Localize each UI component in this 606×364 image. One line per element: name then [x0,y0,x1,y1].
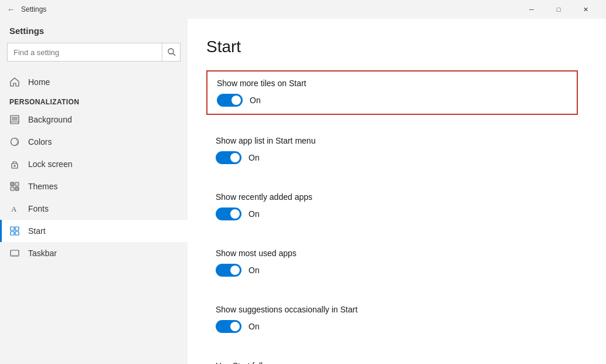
sidebar-item-start[interactable]: Start [0,220,188,242]
svg-point-0 [168,49,173,54]
setting-group-show-app-list: Show app list in Start menuOn [206,129,578,171]
app-title: Settings [0,23,188,43]
setting-group-show-most-used: Show most used appsOn [206,241,578,284]
close-button[interactable]: ✕ [572,0,599,19]
sidebar-item-themes[interactable]: Themes [0,175,188,198]
setting-label-show-more-tiles: Show more tiles on Start [217,79,567,88]
background-icon [9,114,20,125]
svg-rect-15 [11,232,14,235]
themes-icon [9,181,20,192]
toggle-show-most-used[interactable] [216,264,241,277]
search-input[interactable] [7,43,181,62]
toggle-knob-show-more-tiles [231,96,241,105]
toggle-knob-show-most-used [230,266,240,275]
start-icon [9,226,20,236]
sidebar-item-colors-label: Colors [28,137,52,147]
toggle-show-recently-added[interactable] [216,207,241,220]
search-container [7,43,181,62]
sidebar-item-fonts[interactable]: A Fonts [0,198,188,220]
svg-point-7 [14,165,16,167]
sidebar-section-title: Personalization [0,93,188,108]
setting-label-show-most-used: Show most used apps [216,249,568,258]
toggle-knob-show-app-list [230,153,240,162]
sidebar-item-lock-screen-label: Lock screen [28,159,72,169]
sidebar: Settings Home Personalization [0,19,188,364]
search-icon [168,48,176,56]
toggle-row-show-more-tiles: On [217,94,567,107]
sidebar-item-lock-screen[interactable]: Lock screen [0,153,188,175]
toggle-status-show-app-list: On [248,153,260,162]
colors-icon [9,137,20,147]
setting-label-show-recently-added: Show recently added apps [216,192,568,202]
titlebar: ← Settings ─ □ ✕ [0,0,606,19]
svg-rect-8 [11,182,14,186]
toggle-row-show-suggestions: On [216,320,568,333]
svg-line-1 [173,53,175,56]
content-area: Start Show more tiles on StartOnShow app… [188,19,606,364]
setting-label-show-suggestions: Show suggestions occasionally in Start [216,305,568,314]
page-title: Start [206,38,578,56]
sidebar-item-colors[interactable]: Colors [0,131,188,153]
sidebar-item-background[interactable]: Background [0,108,188,131]
sidebar-item-themes-label: Themes [28,182,58,191]
svg-rect-3 [12,117,18,121]
toggle-knob-show-suggestions [230,322,240,331]
titlebar-title: Settings [21,5,518,13]
search-button[interactable] [162,43,181,62]
window-controls: ─ □ ✕ [518,0,599,19]
svg-rect-13 [11,227,14,230]
sidebar-item-home-label: Home [28,77,50,87]
toggle-status-show-recently-added: On [248,209,260,219]
sidebar-item-taskbar[interactable]: Taskbar [0,242,188,264]
sidebar-item-start-label: Start [28,226,46,236]
svg-rect-11 [15,187,19,190]
toggle-row-show-most-used: On [216,264,568,277]
toggle-show-more-tiles[interactable] [217,94,243,107]
fonts-icon: A [9,203,20,214]
minimize-button[interactable]: ─ [518,0,545,19]
toggle-show-app-list[interactable] [216,151,241,164]
svg-rect-16 [15,232,19,235]
home-icon [9,77,20,87]
sidebar-item-home[interactable]: Home [0,71,188,93]
toggle-show-suggestions[interactable] [216,320,241,333]
lock-icon [9,159,20,169]
back-icon[interactable]: ← [7,5,16,14]
settings-list: Show more tiles on StartOnShow app list … [206,70,578,364]
setting-group-show-more-tiles: Show more tiles on StartOn [206,70,578,115]
setting-group-show-recently-added: Show recently added appsOn [206,185,578,227]
toggle-row-show-recently-added: On [216,207,568,220]
sidebar-item-background-label: Background [28,115,72,124]
sidebar-item-fonts-label: Fonts [28,204,49,213]
sidebar-item-taskbar-label: Taskbar [28,249,57,258]
setting-label-show-app-list: Show app list in Start menu [216,136,568,145]
svg-text:A: A [11,205,17,213]
toggle-knob-show-recently-added [230,209,240,219]
svg-rect-9 [15,182,19,186]
maximize-button[interactable]: □ [545,0,572,19]
app-container: Settings Home Personalization [0,19,606,364]
svg-rect-18 [11,255,19,256]
toggle-row-show-app-list: On [216,151,568,164]
setting-group-start-full-screen: Use Start full screenOff [206,354,578,364]
toggle-status-show-most-used: On [248,266,260,275]
svg-rect-10 [11,187,14,190]
setting-group-show-suggestions: Show suggestions occasionally in StartOn [206,298,578,340]
toggle-status-show-suggestions: On [248,322,260,331]
setting-label-start-full-screen: Use Start full screen [216,361,568,364]
svg-rect-14 [15,227,19,230]
toggle-status-show-more-tiles: On [250,96,261,105]
taskbar-icon [9,248,20,258]
